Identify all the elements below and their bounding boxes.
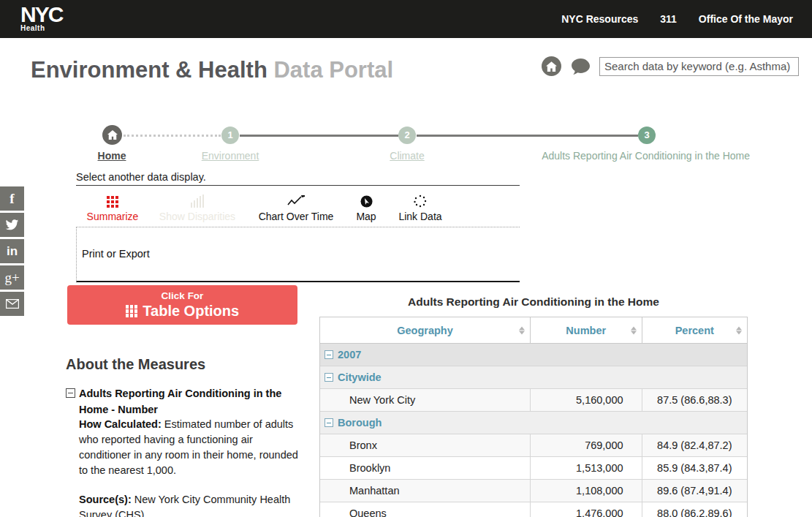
tab-map[interactable]: Map xyxy=(346,192,386,222)
table-row: Brooklyn 1,513,000 85.9 (84.3,87.4) xyxy=(320,457,747,480)
nyc-health-logo[interactable]: NYC Health xyxy=(20,4,62,32)
cell-percent: 87.5 (86.6,88.3) xyxy=(642,389,747,411)
bar-chart-icon xyxy=(155,192,240,208)
stepper-connector-dotted xyxy=(124,135,221,137)
scatter-dots-icon xyxy=(392,192,448,208)
social-share-rail: f in g+ xyxy=(0,186,24,316)
table-row: New York City 5,160,000 87.5 (86.6,88.3) xyxy=(320,389,747,412)
collapse-minus-icon[interactable] xyxy=(66,388,75,398)
table-options-button[interactable]: Click For Table Options xyxy=(67,285,297,325)
facebook-icon[interactable]: f xyxy=(0,186,24,211)
grid-icon xyxy=(76,192,149,208)
tab-show-disparities-label: Show Disparities xyxy=(155,211,240,222)
table-options-line1: Click For xyxy=(67,290,297,301)
about-measures-heading: About the Measures xyxy=(66,356,205,373)
sort-icon xyxy=(736,326,742,334)
tab-show-disparities[interactable]: Show Disparities xyxy=(155,192,240,222)
header-tools xyxy=(542,56,799,76)
step-label-climate[interactable]: Climate xyxy=(371,150,444,162)
source-paragraph: Source(s): New York City Community Healt… xyxy=(79,492,300,517)
tab-chart-over-time-label: Chart Over Time xyxy=(252,211,340,222)
map-cursor-icon xyxy=(346,192,386,208)
email-icon[interactable] xyxy=(0,292,24,316)
table-options-label: Table Options xyxy=(143,303,239,320)
page: NYC Health NYC Resources 311 Office Of t… xyxy=(0,0,812,517)
column-header-number[interactable]: Number xyxy=(530,317,641,343)
cell-number: 5,160,000 xyxy=(530,389,642,411)
collapse-minus-icon xyxy=(325,373,333,382)
page-title: Environment & Health Data Portal xyxy=(31,54,513,87)
tab-chart-over-time[interactable]: Chart Over Time xyxy=(252,192,340,222)
step-label-current: Adults Reporting Air Conditioning in the… xyxy=(523,150,750,162)
tab-summarize[interactable]: Summarize xyxy=(76,192,149,222)
twitter-icon[interactable] xyxy=(0,213,24,237)
step-label-home[interactable]: Home xyxy=(94,150,130,162)
line-chart-icon xyxy=(252,192,340,208)
cell-percent: 89.6 (87.4,91.4) xyxy=(642,480,747,502)
cell-percent: 88.0 (86.2,89.6) xyxy=(642,502,747,517)
column-header-geography[interactable]: Geography xyxy=(320,317,530,343)
table-row: Manhattan 1,108,000 89.6 (87.4,91.4) xyxy=(320,480,747,502)
print-export-button[interactable]: Print or Export xyxy=(82,248,150,260)
sort-icon xyxy=(631,326,637,334)
table-options-line2: Table Options xyxy=(67,303,297,320)
cell-geography: Manhattan xyxy=(320,480,530,502)
grid-icon xyxy=(126,305,138,317)
nav-divider xyxy=(76,185,520,186)
cell-number: 1,476,000 xyxy=(530,502,642,517)
step-circle-2[interactable]: 2 xyxy=(398,127,416,144)
page-title-light: Data Portal xyxy=(273,57,393,83)
step-circle-1[interactable]: 1 xyxy=(221,127,239,144)
cell-geography: Brooklyn xyxy=(320,457,530,479)
table-header-row: Geography Number Percent xyxy=(320,317,747,344)
link-nyc-resources[interactable]: NYC Resources xyxy=(561,13,638,25)
step-home-icon[interactable] xyxy=(102,125,122,145)
step-label-environment[interactable]: Environment xyxy=(179,150,281,162)
tab-link-data-label: Link Data xyxy=(392,211,448,222)
link-office-of-the-mayor[interactable]: Office Of the Mayor xyxy=(699,13,793,25)
select-display-prompt: Select another data display. xyxy=(76,171,206,183)
cell-number: 769,000 xyxy=(530,434,642,456)
cell-number: 1,513,000 xyxy=(530,457,642,479)
table-row: Bronx 769,000 84.9 (82.4,87.2) xyxy=(320,434,747,457)
topbar-links: NYC Resources 311 Office Of the Mayor xyxy=(561,0,793,38)
cell-percent: 85.9 (84.3,87.4) xyxy=(642,457,747,479)
table-title: Adults Reporting Air Conditioning in the… xyxy=(319,295,748,309)
top-bar: NYC Health NYC Resources 311 Office Of t… xyxy=(0,0,812,38)
data-table: Geography Number Percent 2007 Citywide N… xyxy=(319,317,748,517)
table-row: Queens 1,476,000 88.0 (86.2,89.6) xyxy=(320,502,747,517)
cell-geography: Bronx xyxy=(320,434,530,456)
measure-item: Adults Reporting Air Conditioning in the… xyxy=(66,386,292,418)
home-icon[interactable] xyxy=(542,56,561,76)
print-export-panel: Print or Export xyxy=(76,227,520,282)
link-311[interactable]: 311 xyxy=(660,13,677,25)
group-toggle-2007[interactable]: 2007 xyxy=(320,349,747,361)
column-header-percent[interactable]: Percent xyxy=(642,317,748,343)
group-row-borough: Borough xyxy=(320,412,747,434)
logo-nyc-text: NYC xyxy=(20,4,62,26)
how-calculated-label: How Calculated: xyxy=(79,418,162,430)
linkedin-icon[interactable]: in xyxy=(0,239,24,263)
stepper-connector-2 xyxy=(417,135,638,137)
cell-number: 1,108,000 xyxy=(530,480,642,502)
collapse-minus-icon xyxy=(325,418,333,427)
group-toggle-borough[interactable]: Borough xyxy=(320,417,747,429)
tab-link-data[interactable]: Link Data xyxy=(392,192,448,222)
source-label: Source(s): xyxy=(79,494,132,505)
tab-map-label: Map xyxy=(346,211,386,222)
tab-summarize-label: Summarize xyxy=(76,211,149,222)
page-title-dark: Environment & Health xyxy=(31,57,273,83)
sort-icon xyxy=(519,326,525,334)
step-circle-3[interactable]: 3 xyxy=(638,127,656,144)
googleplus-icon[interactable]: g+ xyxy=(0,265,24,290)
cell-geography: Queens xyxy=(320,502,530,517)
group-toggle-citywide[interactable]: Citywide xyxy=(320,371,747,383)
collapse-minus-icon xyxy=(325,350,333,359)
how-calculated-paragraph: How Calculated: Estimated number of adul… xyxy=(79,417,300,478)
measure-title[interactable]: Adults Reporting Air Conditioning in the… xyxy=(79,386,292,418)
comment-bubble-icon[interactable] xyxy=(571,58,591,75)
cell-percent: 84.9 (82.4,87.2) xyxy=(642,434,747,456)
group-row-2007: 2007 xyxy=(320,344,747,366)
cell-geography: New York City xyxy=(320,389,530,411)
search-input[interactable] xyxy=(599,57,799,76)
